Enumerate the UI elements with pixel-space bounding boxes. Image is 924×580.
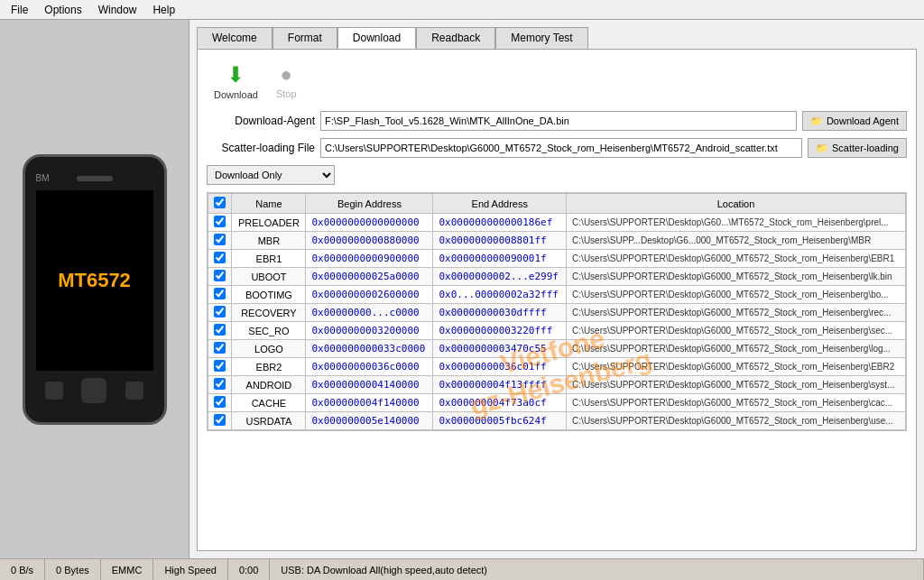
menu-help[interactable]: Help: [145, 2, 182, 18]
status-mode: High Speed: [153, 559, 228, 580]
menu-file[interactable]: File: [4, 2, 35, 18]
table-row[interactable]: SEC_RO 0x0000000003200000 0x000000000032…: [208, 322, 906, 340]
row-begin: 0x0000000004140000: [306, 376, 433, 394]
content-panel: Welcome Format Download Readback Memory …: [189, 20, 924, 558]
row-end: 0x00000000003220fff: [433, 322, 567, 340]
row-end: 0x0000000003470c55: [433, 340, 567, 358]
status-bytes: 0 Bytes: [45, 559, 101, 580]
table-row[interactable]: EBR1 0x0000000000900000 0x00000000009000…: [208, 250, 906, 268]
row-location: C:\Users\SUPPORTER\Desktop\G6000_MT6572_…: [567, 286, 906, 304]
row-checkbox[interactable]: [208, 322, 232, 340]
row-begin: 0x0000000003200000: [306, 322, 433, 340]
row-checkbox[interactable]: [208, 286, 232, 304]
tab-readback[interactable]: Readback: [416, 27, 495, 49]
table-row[interactable]: CACHE 0x000000004f140000 0x000000004f73a…: [208, 394, 906, 412]
menubar: File Options Window Help: [0, 0, 924, 20]
row-location: C:\Users\SUPPORTER\Desktop\G6000_MT6572_…: [567, 304, 906, 322]
row-checkbox[interactable]: [208, 358, 232, 376]
status-speed: 0 B/s: [0, 559, 45, 580]
download-agent-input[interactable]: [320, 111, 797, 131]
download-agent-button[interactable]: 📁 Download Agent: [802, 111, 907, 131]
row-location: C:\Users\SUPPORTER\Desktop\G6000_MT6572_…: [567, 358, 906, 376]
phone-speaker: [77, 176, 113, 181]
row-end: 0x000000005fbc624f: [433, 412, 567, 430]
scatter-input[interactable]: [320, 138, 802, 158]
status-storage: EMMC: [101, 559, 154, 580]
phone-menu-btn: [125, 382, 143, 400]
row-begin: 0x00000000036c0000: [306, 358, 433, 376]
row-name: MBR: [232, 232, 306, 250]
status-usb: USB: DA Download All(high speed,auto det…: [270, 559, 924, 580]
download-toolbar: ⬇ Download ● Stop: [207, 59, 907, 104]
row-name: BOOTIMG: [232, 286, 306, 304]
row-checkbox[interactable]: [208, 412, 232, 430]
menu-window[interactable]: Window: [91, 2, 144, 18]
phone-home-btn: [81, 378, 106, 403]
row-begin: 0x000000000033c0000: [306, 340, 433, 358]
phone-bottom-bar: [36, 378, 153, 403]
row-location: C:\Users\SUPPORTER\Desktop\G6000_MT6572_…: [567, 268, 906, 286]
file-table[interactable]: Name Begin Address End Address Location …: [207, 192, 907, 431]
row-name: UBOOT: [232, 268, 306, 286]
row-end: 0x00000000036c01ff: [433, 358, 567, 376]
scatter-loading-row: Scatter-loading File 📁 Scatter-loading: [207, 138, 907, 158]
table-row[interactable]: UBOOT 0x00000000025a0000 0x0000000002...…: [208, 268, 906, 286]
row-begin: 0x0000000000900000: [306, 250, 433, 268]
phone-brand-label: BM: [36, 173, 50, 183]
row-checkbox[interactable]: [208, 340, 232, 358]
row-name: EBR1: [232, 250, 306, 268]
stop-button[interactable]: ● Stop: [276, 63, 297, 99]
row-location: C:\Users\SUPPORTER\Desktop\G6000_MT6572_…: [567, 250, 906, 268]
row-end: 0x000000000000186ef: [433, 214, 567, 232]
menu-options[interactable]: Options: [37, 2, 88, 18]
row-checkbox[interactable]: [208, 268, 232, 286]
row-name: RECOVERY: [232, 304, 306, 322]
table-row[interactable]: PRELOADER 0x0000000000000000 0x000000000…: [208, 214, 906, 232]
file-table-wrapper: Vietfone gz-Heisenberg Name Begin Addres…: [207, 192, 907, 541]
row-location: C:\Users\SUPP...Desktop\G6...000_MT6572_…: [567, 232, 906, 250]
mode-select-row: Download Only Firmware Upgrade Format Al…: [207, 165, 907, 185]
folder-icon: 📁: [810, 115, 823, 127]
table-row[interactable]: RECOVERY 0x00000000...c0000 0x0000000003…: [208, 304, 906, 322]
table-row[interactable]: MBR 0x0000000000880000 0x00000000008801f…: [208, 232, 906, 250]
stop-label: Stop: [276, 88, 297, 99]
tab-bar: Welcome Format Download Readback Memory …: [197, 27, 917, 49]
row-checkbox[interactable]: [208, 214, 232, 232]
row-checkbox[interactable]: [208, 232, 232, 250]
tab-format[interactable]: Format: [273, 27, 337, 49]
row-name: CACHE: [232, 394, 306, 412]
table-row[interactable]: USRDATA 0x000000005e140000 0x000000005fb…: [208, 412, 906, 430]
row-checkbox[interactable]: [208, 250, 232, 268]
tab-memory-test[interactable]: Memory Test: [495, 27, 587, 49]
tab-welcome[interactable]: Welcome: [197, 27, 273, 49]
table-row[interactable]: EBR2 0x00000000036c0000 0x00000000036c01…: [208, 358, 906, 376]
row-begin: 0x00000000025a0000: [306, 268, 433, 286]
tab-download[interactable]: Download: [337, 27, 416, 49]
table-row[interactable]: BOOTIMG 0x0000000002600000 0x0...0000000…: [208, 286, 906, 304]
table-row[interactable]: ANDROID 0x0000000004140000 0x000000004f1…: [208, 376, 906, 394]
col-begin: Begin Address: [306, 194, 433, 214]
col-end: End Address: [433, 194, 567, 214]
statusbar: 0 B/s 0 Bytes EMMC High Speed 0:00 USB: …: [0, 558, 924, 580]
row-checkbox[interactable]: [208, 304, 232, 322]
phone-back-btn: [45, 382, 63, 400]
status-time: 0:00: [228, 559, 270, 580]
row-location: C:\Users\SUPPORTER\Desktop\G60...\MT6572…: [567, 214, 906, 232]
row-end: 0x000000000090001f: [433, 250, 567, 268]
scatter-loading-button[interactable]: 📁 Scatter-loading: [808, 138, 907, 158]
row-begin: 0x000000005e140000: [306, 412, 433, 430]
row-end: 0x00000000030dffff: [433, 304, 567, 322]
row-end: 0x0000000002...e299f: [433, 268, 567, 286]
row-name: SEC_RO: [232, 322, 306, 340]
download-button[interactable]: ⬇ Download: [214, 62, 258, 100]
download-agent-label: Download-Agent: [207, 115, 315, 127]
download-mode-select[interactable]: Download Only Firmware Upgrade Format Al…: [207, 165, 335, 185]
row-begin: 0x000000004f140000: [306, 394, 433, 412]
row-location: C:\Users\SUPPORTER\Desktop\G6000_MT6572_…: [567, 322, 906, 340]
table-row[interactable]: LOGO 0x000000000033c0000 0x0000000003470…: [208, 340, 906, 358]
download-agent-row: Download-Agent 📁 Download Agent: [207, 111, 907, 131]
row-location: C:\Users\SUPPORTER\Desktop\G6000_MT6572_…: [567, 376, 906, 394]
row-checkbox[interactable]: [208, 376, 232, 394]
col-location: Location: [567, 194, 906, 214]
row-checkbox[interactable]: [208, 394, 232, 412]
